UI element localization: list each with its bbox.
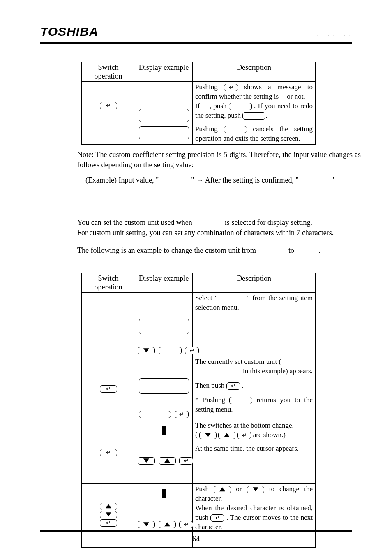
enter-key-icon: ↵ — [179, 457, 193, 465]
enter-key-icon: ↵ — [237, 432, 251, 439]
t2-r3-desc: The switches at the bottom change. ( ↵ a… — [193, 420, 316, 484]
up-key-icon — [218, 432, 235, 439]
logo: TOSHIBA — [40, 25, 98, 39]
down-key-icon — [247, 486, 264, 493]
enter-key-icon: ↵ — [224, 84, 238, 91]
text: is selected for display setting. — [225, 218, 312, 227]
blank-key-icon — [139, 411, 171, 418]
text: . — [242, 382, 244, 389]
operation-table-1: Switch operation Display example Descrip… — [81, 62, 316, 145]
text: Then push — [195, 382, 224, 389]
t1-h-display: Display example — [135, 62, 193, 82]
header-rule — [40, 42, 352, 44]
text: ( — [195, 431, 198, 439]
cursor-icon — [162, 489, 166, 498]
t1-display-cell — [135, 82, 193, 145]
enter-key-icon: ↵ — [100, 102, 117, 109]
t1-h-switch: Switch operation — [82, 62, 135, 82]
section-p1: You can set the custom unit used when is… — [77, 217, 365, 228]
text: Pushing — [195, 125, 218, 133]
enter-key-icon: ↵ — [226, 382, 240, 390]
t2-r1-switch — [82, 293, 135, 356]
t2-r1-desc: Select " " from the setting item selecti… — [193, 293, 316, 356]
t2-r1-display: ↵ — [135, 293, 193, 356]
section-p2: For custom unit setting, you can set any… — [77, 228, 365, 238]
t2-r3-display: ↵ — [135, 420, 193, 484]
text: Push — [195, 485, 209, 493]
enter-key-icon: ↵ — [185, 347, 199, 354]
text: are shown.) — [253, 431, 286, 439]
page-number: 64 — [0, 535, 392, 543]
blank-key-icon — [229, 397, 252, 404]
display-screen-placeholder — [139, 126, 189, 139]
note-label: Note: — [77, 150, 94, 159]
note-block: Note: The custom coefficient setting pre… — [77, 150, 361, 170]
t1-h-desc: Description — [193, 62, 316, 82]
display-screen-placeholder — [139, 319, 189, 334]
enter-key-icon: ↵ — [100, 449, 117, 456]
up-key-icon — [100, 503, 117, 510]
t1-switch-cell: ↵ — [82, 82, 135, 145]
down-key-icon — [138, 347, 155, 354]
t2-h-display: Display example — [135, 273, 193, 293]
text: Pushing — [195, 83, 218, 91]
blank-key-icon — [224, 126, 247, 133]
t2-h-desc: Description — [193, 273, 316, 293]
text: , push — [202, 102, 227, 110]
intro-line: The following is an example to change th… — [77, 246, 352, 255]
example-line: (Example) Input value, " " → After the s… — [85, 176, 357, 185]
enter-key-icon: ↵ — [100, 519, 117, 527]
enter-key-icon: ↵ — [179, 521, 193, 528]
text: in this example) appears. — [243, 367, 313, 376]
t1-desc-cell: Pushing ↵ shows a message to confirm whe… — [193, 82, 316, 145]
enter-key-icon: ↵ — [100, 385, 117, 393]
text: " — [331, 176, 334, 184]
text: At the same time, the cursor appears. — [195, 444, 299, 452]
blank-key-icon — [242, 112, 265, 120]
enter-key-icon: ↵ — [175, 411, 189, 418]
down-key-icon — [100, 511, 117, 518]
header-right-text: . . . . . . . — [317, 31, 352, 39]
up-key-icon — [159, 457, 176, 465]
text: or not. — [280, 92, 305, 100]
blank-key-icon — [159, 347, 182, 354]
text: * Pushing — [195, 396, 225, 404]
cursor-icon — [162, 426, 166, 435]
note-text: The custom coefficient setting precision… — [77, 150, 361, 169]
down-key-icon — [138, 457, 155, 465]
up-key-icon — [159, 521, 176, 528]
operation-table-2: Switch operation Display example Descrip… — [81, 273, 316, 548]
display-screen-placeholder — [139, 378, 189, 394]
text: You can set the custom unit used when — [77, 218, 192, 227]
text: The switches at the bottom change. — [195, 421, 294, 429]
t2-r2-display: ↵ — [135, 356, 193, 420]
text: . — [318, 246, 321, 254]
text: If — [195, 102, 200, 110]
display-screen-placeholder — [139, 109, 189, 122]
text: " → After the setting is confirmed, " — [191, 176, 299, 184]
text: Select " — [195, 294, 217, 302]
text: or — [236, 485, 242, 493]
footer-rule — [40, 530, 352, 532]
up-key-icon — [214, 486, 231, 493]
t2-r2-switch: ↵ — [82, 356, 135, 420]
t2-r3-switch: ↵ — [82, 420, 135, 484]
text: The following is an example to change th… — [77, 246, 256, 254]
text: . — [265, 111, 267, 119]
text: to — [288, 246, 294, 254]
down-key-icon — [199, 432, 217, 439]
text: (Example) Input value, " — [85, 176, 159, 184]
blank-key-icon — [229, 103, 252, 110]
enter-key-icon: ↵ — [210, 514, 224, 522]
text: The currently set custom unit ( — [195, 358, 281, 365]
t2-r2-desc: The currently set custom unit ( in this … — [193, 356, 316, 420]
t2-h-switch: Switch operation — [82, 273, 135, 293]
down-key-icon — [138, 521, 155, 528]
